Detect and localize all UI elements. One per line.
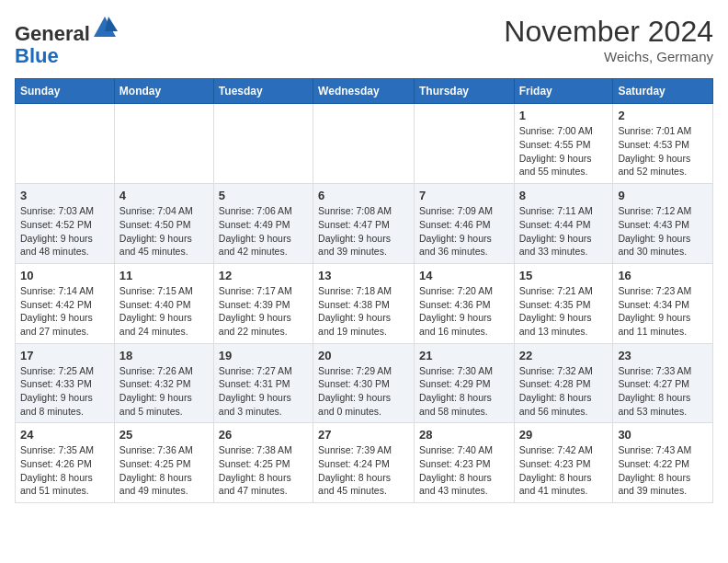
day-number: 14 [419,269,509,282]
day-info: Sunrise: 7:25 AM Sunset: 4:33 PM Dayligh… [20,364,109,419]
day-cell: 20Sunrise: 7:29 AM Sunset: 4:30 PM Dayli… [313,343,415,423]
day-info: Sunrise: 7:27 AM Sunset: 4:31 PM Dayligh… [219,364,308,419]
day-info: Sunrise: 7:35 AM Sunset: 4:26 PM Dayligh… [20,443,109,498]
day-cell [16,104,115,184]
day-number: 24 [20,428,109,442]
header-friday: Friday [514,79,613,104]
day-cell: 15Sunrise: 7:21 AM Sunset: 4:35 PM Dayli… [514,263,613,343]
day-number: 16 [618,269,708,282]
day-number: 13 [318,269,409,282]
day-cell: 11Sunrise: 7:15 AM Sunset: 4:40 PM Dayli… [114,263,213,343]
day-number: 4 [119,189,209,202]
day-cell [414,104,514,184]
day-number: 5 [219,189,308,202]
day-info: Sunrise: 7:20 AM Sunset: 4:36 PM Dayligh… [419,284,509,339]
day-cell: 6Sunrise: 7:08 AM Sunset: 4:47 PM Daylig… [313,184,415,264]
day-cell [213,104,313,184]
day-cell: 17Sunrise: 7:25 AM Sunset: 4:33 PM Dayli… [16,343,115,423]
svg-marker-1 [105,17,118,31]
day-number: 25 [119,428,209,442]
day-cell: 14Sunrise: 7:20 AM Sunset: 4:36 PM Dayli… [414,263,514,343]
day-cell: 4Sunrise: 7:04 AM Sunset: 4:50 PM Daylig… [114,184,213,264]
day-number: 18 [119,349,209,362]
day-cell: 19Sunrise: 7:27 AM Sunset: 4:31 PM Dayli… [213,343,313,423]
day-cell: 29Sunrise: 7:42 AM Sunset: 4:23 PM Dayli… [514,423,613,503]
header-tuesday: Tuesday [213,79,313,104]
day-info: Sunrise: 7:06 AM Sunset: 4:49 PM Dayligh… [219,204,308,259]
day-cell [313,104,415,184]
day-cell: 7Sunrise: 7:09 AM Sunset: 4:46 PM Daylig… [414,184,514,264]
day-cell: 2Sunrise: 7:01 AM Sunset: 4:53 PM Daylig… [613,104,713,184]
day-cell: 24Sunrise: 7:35 AM Sunset: 4:26 PM Dayli… [16,423,115,503]
day-cell: 12Sunrise: 7:17 AM Sunset: 4:39 PM Dayli… [213,263,313,343]
location-subtitle: Weichs, Germany [504,49,713,64]
day-number: 12 [219,269,308,282]
day-info: Sunrise: 7:12 AM Sunset: 4:43 PM Dayligh… [618,204,708,259]
day-info: Sunrise: 7:30 AM Sunset: 4:29 PM Dayligh… [419,364,509,419]
day-info: Sunrise: 7:00 AM Sunset: 4:55 PM Dayligh… [519,124,609,178]
day-info: Sunrise: 7:40 AM Sunset: 4:23 PM Dayligh… [419,443,509,498]
day-number: 2 [618,109,708,122]
logo-icon [92,15,118,40]
day-number: 22 [519,349,609,362]
day-cell [114,104,213,184]
day-cell: 5Sunrise: 7:06 AM Sunset: 4:49 PM Daylig… [213,184,313,264]
day-cell: 9Sunrise: 7:12 AM Sunset: 4:43 PM Daylig… [613,184,713,264]
header-thursday: Thursday [414,79,514,104]
calendar-table: SundayMondayTuesdayWednesdayThursdayFrid… [15,78,713,503]
day-info: Sunrise: 7:43 AM Sunset: 4:22 PM Dayligh… [618,443,708,498]
header-saturday: Saturday [613,79,713,104]
day-cell: 28Sunrise: 7:40 AM Sunset: 4:23 PM Dayli… [414,423,514,503]
day-number: 7 [419,189,509,202]
header-sunday: Sunday [16,79,115,104]
logo-blue-text: Blue [15,44,59,67]
day-number: 20 [318,349,409,362]
week-row-4: 17Sunrise: 7:25 AM Sunset: 4:33 PM Dayli… [16,343,713,423]
day-info: Sunrise: 7:38 AM Sunset: 4:25 PM Dayligh… [219,443,308,498]
day-number: 3 [20,189,109,202]
day-cell: 22Sunrise: 7:32 AM Sunset: 4:28 PM Dayli… [514,343,613,423]
day-info: Sunrise: 7:18 AM Sunset: 4:38 PM Dayligh… [318,284,409,339]
calendar-header-row: SundayMondayTuesdayWednesdayThursdayFrid… [16,79,713,104]
day-info: Sunrise: 7:11 AM Sunset: 4:44 PM Dayligh… [519,204,609,259]
day-cell: 3Sunrise: 7:03 AM Sunset: 4:52 PM Daylig… [16,184,115,264]
day-number: 10 [20,269,109,282]
day-number: 15 [519,269,609,282]
day-cell: 10Sunrise: 7:14 AM Sunset: 4:42 PM Dayli… [16,263,115,343]
day-cell: 13Sunrise: 7:18 AM Sunset: 4:38 PM Dayli… [313,263,415,343]
day-number: 27 [318,428,409,442]
day-info: Sunrise: 7:15 AM Sunset: 4:40 PM Dayligh… [119,284,209,339]
day-number: 17 [20,349,109,362]
day-info: Sunrise: 7:36 AM Sunset: 4:25 PM Dayligh… [119,443,209,498]
day-number: 11 [119,269,209,282]
week-row-2: 3Sunrise: 7:03 AM Sunset: 4:52 PM Daylig… [16,184,713,264]
page-header: General Blue November 2024 Weichs, Germa… [15,15,713,67]
day-info: Sunrise: 7:26 AM Sunset: 4:32 PM Dayligh… [119,364,209,419]
day-cell: 1Sunrise: 7:00 AM Sunset: 4:55 PM Daylig… [514,104,613,184]
day-info: Sunrise: 7:08 AM Sunset: 4:47 PM Dayligh… [318,204,409,259]
day-info: Sunrise: 7:33 AM Sunset: 4:27 PM Dayligh… [618,364,708,419]
day-number: 28 [419,428,509,442]
day-number: 1 [519,109,609,122]
day-info: Sunrise: 7:32 AM Sunset: 4:28 PM Dayligh… [519,364,609,419]
day-number: 23 [618,349,708,362]
day-cell: 8Sunrise: 7:11 AM Sunset: 4:44 PM Daylig… [514,184,613,264]
day-cell: 16Sunrise: 7:23 AM Sunset: 4:34 PM Dayli… [613,263,713,343]
day-number: 21 [419,349,509,362]
day-info: Sunrise: 7:03 AM Sunset: 4:52 PM Dayligh… [20,204,109,259]
day-number: 30 [618,428,708,442]
day-cell: 23Sunrise: 7:33 AM Sunset: 4:27 PM Dayli… [613,343,713,423]
day-info: Sunrise: 7:17 AM Sunset: 4:39 PM Dayligh… [219,284,308,339]
logo: General Blue [15,15,118,67]
day-info: Sunrise: 7:23 AM Sunset: 4:34 PM Dayligh… [618,284,708,339]
day-cell: 25Sunrise: 7:36 AM Sunset: 4:25 PM Dayli… [114,423,213,503]
week-row-1: 1Sunrise: 7:00 AM Sunset: 4:55 PM Daylig… [16,104,713,184]
day-info: Sunrise: 7:09 AM Sunset: 4:46 PM Dayligh… [419,204,509,259]
day-info: Sunrise: 7:14 AM Sunset: 4:42 PM Dayligh… [20,284,109,339]
week-row-3: 10Sunrise: 7:14 AM Sunset: 4:42 PM Dayli… [16,263,713,343]
day-cell: 21Sunrise: 7:30 AM Sunset: 4:29 PM Dayli… [414,343,514,423]
header-wednesday: Wednesday [313,79,415,104]
day-info: Sunrise: 7:39 AM Sunset: 4:24 PM Dayligh… [318,443,409,498]
day-cell: 26Sunrise: 7:38 AM Sunset: 4:25 PM Dayli… [213,423,313,503]
day-cell: 27Sunrise: 7:39 AM Sunset: 4:24 PM Dayli… [313,423,415,503]
